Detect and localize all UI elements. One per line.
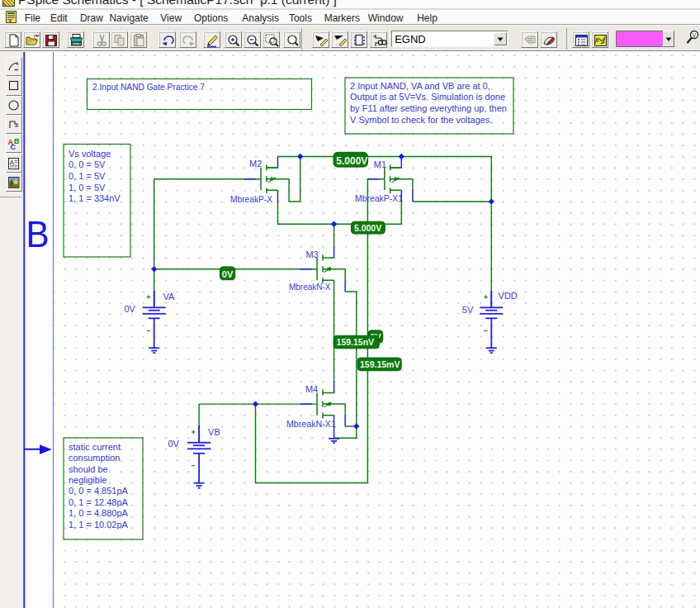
svg-text:VDD: VDD bbox=[499, 291, 518, 301]
svg-text:Vs voltage: Vs voltage bbox=[69, 149, 111, 159]
svg-text:negligible: negligible bbox=[69, 475, 106, 485]
svg-text:2 Input NAND Gate Practice 7: 2 Input NAND Gate Practice 7 bbox=[92, 83, 205, 92]
svg-text:MbreakN-X1: MbreakN-X1 bbox=[286, 419, 336, 429]
svg-text:M1: M1 bbox=[374, 159, 386, 169]
svg-text:159.15nV: 159.15nV bbox=[337, 337, 375, 347]
svg-text:0, 1 = 12.48pA: 0, 1 = 12.48pA bbox=[69, 497, 129, 507]
svg-text:MbreakN-X: MbreakN-X bbox=[289, 282, 331, 292]
svg-text:VB: VB bbox=[208, 427, 220, 437]
svg-text:0V: 0V bbox=[125, 304, 136, 314]
svg-text:0V: 0V bbox=[168, 439, 180, 449]
svg-text:5.000V: 5.000V bbox=[336, 155, 367, 167]
svg-text:MbreakP-X1: MbreakP-X1 bbox=[355, 193, 403, 203]
svg-text:consumption: consumption bbox=[69, 453, 120, 463]
svg-text:0, 0 = 5V: 0, 0 = 5V bbox=[69, 159, 106, 169]
svg-text:1, 0 = 4.880pA: 1, 0 = 4.880pA bbox=[69, 508, 129, 518]
svg-text:0V: 0V bbox=[222, 269, 234, 279]
svg-text:Output is at 5V=Vs. Simulation: Output is at 5V=Vs. Simulation is done bbox=[350, 92, 505, 102]
svg-text:1, 0 = 5V: 1, 0 = 5V bbox=[69, 183, 106, 192]
svg-text:should be: should be bbox=[69, 464, 108, 474]
svg-text:1, 1 = 10.02pA: 1, 1 = 10.02pA bbox=[69, 520, 129, 530]
svg-text:M4: M4 bbox=[305, 384, 318, 394]
svg-text:5.000V: 5.000V bbox=[354, 223, 381, 233]
svg-text:V: V bbox=[693, 32, 697, 38]
svg-text:B: B bbox=[26, 214, 50, 254]
svg-text:M2: M2 bbox=[249, 159, 262, 169]
svg-text:VA: VA bbox=[163, 292, 176, 302]
svg-text:1, 1 = 334nV: 1, 1 = 334nV bbox=[69, 193, 121, 203]
svg-text:0, 0 = 4.851pA: 0, 0 = 4.851pA bbox=[69, 486, 129, 496]
svg-text:MbreakP-X: MbreakP-X bbox=[230, 194, 273, 204]
svg-text:2 Input NAND, VA and VB are at: 2 Input NAND, VA and VB are at 0, bbox=[350, 81, 490, 91]
svg-text:static current: static current bbox=[69, 442, 121, 452]
svg-text:0, 1 = 5V: 0, 1 = 5V bbox=[69, 171, 106, 181]
svg-text:by F11 after setting everythin: by F11 after setting everything up, then bbox=[350, 103, 507, 113]
svg-text:V Symbol to check for the volt: V Symbol to check for the voltages. bbox=[350, 115, 492, 125]
svg-text:5V: 5V bbox=[462, 305, 474, 315]
svg-text:159.15mV: 159.15mV bbox=[360, 359, 400, 369]
svg-text:M3: M3 bbox=[306, 249, 319, 259]
